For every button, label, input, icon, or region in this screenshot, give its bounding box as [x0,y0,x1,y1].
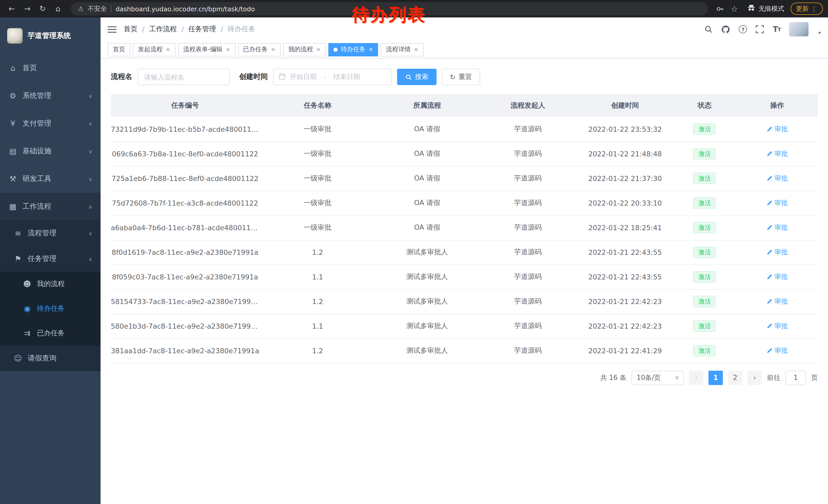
eye-icon: ◉ [23,304,32,313]
total-count: 共 16 条 [600,373,626,382]
avatar[interactable] [789,22,809,36]
pencil-icon [766,249,772,255]
fullscreen-icon[interactable] [756,25,764,33]
tab-my-process[interactable]: 我的流程 × [283,43,326,56]
date-range-picker[interactable]: 开始日期 - 结束日期 [273,69,392,85]
page-content: 流程名 创建时间 开始日期 - 结束日期 [100,58,828,504]
person-chat-icon: ☻ [23,279,32,289]
goto-label: 前往 [767,373,780,382]
workflow-icon: ▦ [8,202,17,211]
page-size-select[interactable]: 10条/页 ▼ [631,370,684,385]
sidebar: 芋道管理系统 ⌂ 首页 ⚙ 系统管理 ∨ ¥ 支付管理 ∨ ▤ 基础设施 ∨ [0,17,100,504]
sidebar-item-todo-task[interactable]: ◉ 待办任务 [0,296,100,321]
goto-page-input[interactable] [785,370,806,385]
github-icon[interactable] [721,25,730,34]
chevron-down-icon: ∨ [88,176,92,182]
process-name-input[interactable] [137,69,230,85]
bookmark-star-icon[interactable]: ☆ [728,3,741,15]
app-root: ← → ↻ ⌂ ⚠ 不安全 dashboard.yudao.iocoder.cn… [0,0,828,504]
close-icon[interactable]: × [225,46,230,53]
tab-start-process[interactable]: 发起流程 × [133,43,175,56]
sidebar-item-my-process[interactable]: ☻ 我的流程 [0,272,100,296]
not-secure-icon: ⚠ [78,5,84,12]
sidebar-item-leave-query[interactable]: ☺ 请假查询 [0,346,100,371]
pencil-icon [766,348,772,354]
tab-todo-task[interactable]: 待办任务 × [328,43,378,56]
user-icon: ☺ [13,354,23,363]
table-row: 580e1b3d-7ac8-11ec-a9e2-a2380e71991a 1.1… [111,314,818,338]
font-size-icon[interactable]: TT [773,25,781,34]
approve-link[interactable]: 审批 [766,321,788,331]
refresh-icon[interactable]: ↻ [36,2,49,15]
pencil-icon [766,274,772,280]
sidebar-item-home[interactable]: ⌂ 首页 [0,54,100,82]
search-icon[interactable] [705,25,713,33]
chevron-down-icon: ▾ [819,30,821,36]
approve-link[interactable]: 审批 [766,272,788,281]
back-icon[interactable]: ← [5,2,18,15]
breadcrumb-item[interactable]: 首页 [124,25,137,34]
table-row: 069c6a63-7b8a-11ec-8ef0-acde48001122 一级审… [111,141,818,166]
close-icon[interactable]: × [271,46,276,53]
approve-link[interactable]: 审批 [766,297,788,306]
close-icon[interactable]: × [316,46,321,53]
table-row: 58154733-7ac8-11ec-a9e2-a2380e71991a 1.2… [111,289,818,314]
close-icon[interactable]: × [368,46,373,53]
approve-link[interactable]: 审批 [766,346,788,355]
pencil-icon [766,299,772,305]
sidebar-item-system[interactable]: ⚙ 系统管理 ∨ [0,82,100,110]
approve-link[interactable]: 审批 [766,248,788,257]
task-mgmt-submenu: ☻ 我的流程 ◉ 待办任务 ⇉ 已办任务 [0,272,100,346]
sidebar-item-devtools[interactable]: ⚒ 研发工具 ∨ [0,165,100,193]
process-name-label: 流程名 [111,72,132,82]
workflow-submenu: ≡ 流程管理 ∨ ⚑ 任务管理 ∧ ☻ 我的流程 ◉ 待办任务 [0,221,100,371]
tab-home[interactable]: 首页 [108,43,130,56]
reset-button[interactable]: ↻ 重置 [442,69,480,85]
approve-link[interactable]: 审批 [766,223,788,232]
chevron-down-icon: ▼ [675,375,679,380]
next-page-button[interactable]: › [747,370,762,385]
tab-process-detail[interactable]: 流程详情 × [381,43,423,56]
sidebar-item-task-mgmt[interactable]: ⚑ 任务管理 ∧ [0,246,100,272]
key-icon[interactable] [714,3,726,15]
approve-link[interactable]: 审批 [766,198,788,208]
approve-link[interactable]: 审批 [766,149,788,158]
tab-done-task[interactable]: 已办任务 × [238,43,281,56]
status-badge: 激活 [693,246,716,258]
page-button-1[interactable]: 1 [708,370,723,385]
close-icon[interactable]: × [414,46,418,53]
sidebar-toggle-icon[interactable] [108,25,117,34]
url-text: dashboard.yudao.iocoder.cn/bpm/task/todo [116,5,255,12]
breadcrumb-separator: / [181,25,184,33]
search-button[interactable]: 搜索 [397,69,437,85]
sidebar-item-infrastructure[interactable]: ▤ 基础设施 ∨ [0,137,100,165]
sidebar-item-process-mgmt[interactable]: ≡ 流程管理 ∨ [0,221,100,246]
address-bar[interactable]: ⚠ 不安全 dashboard.yudao.iocoder.cn/bpm/tas… [71,2,708,15]
chevron-up-icon: ∧ [88,256,92,262]
breadcrumb-item[interactable]: 工作流程 [149,25,177,34]
browser-home-icon[interactable]: ⌂ [51,2,65,15]
pencil-icon [766,225,772,231]
approve-link[interactable]: 审批 [766,125,788,134]
approve-link[interactable]: 审批 [766,174,788,183]
tab-process-form-edit[interactable]: 流程表单-编辑 × [178,43,235,56]
help-icon[interactable]: ? [739,25,747,33]
forward-icon[interactable]: → [20,2,34,15]
close-icon[interactable]: × [166,46,170,53]
tags-view-bar: 首页 发起流程 × 流程表单-编辑 × 已办任务 × 我的流程 × [100,41,828,58]
prev-page-button[interactable]: ‹ [689,370,703,385]
chevron-down-icon: ∨ [88,93,92,99]
breadcrumb-item[interactable]: 任务管理 [188,25,216,34]
table-row: 725a1eb6-7b88-11ec-8ef0-acde48001122 一级审… [111,166,818,191]
sidebar-item-done-task[interactable]: ⇉ 已办任务 [0,321,100,346]
sidebar-item-payment[interactable]: ¥ 支付管理 ∨ [0,110,100,137]
browser-chrome: ← → ↻ ⌂ ⚠ 不安全 dashboard.yudao.iocoder.cn… [0,0,828,17]
update-button[interactable]: 更新 ⋮ [790,3,823,15]
status-badge: 激活 [693,320,716,332]
chevron-down-icon: ∨ [88,121,92,126]
sidebar-item-workflow[interactable]: ▦ 工作流程 ∧ [0,193,100,221]
page-button-2[interactable]: 2 [728,370,742,385]
status-badge: 激活 [693,173,716,184]
tools-icon: ⚒ [8,174,17,184]
table-row: 381aa1dd-7ac8-11ec-a9e2-a2380e71991a 1.2… [111,338,818,363]
